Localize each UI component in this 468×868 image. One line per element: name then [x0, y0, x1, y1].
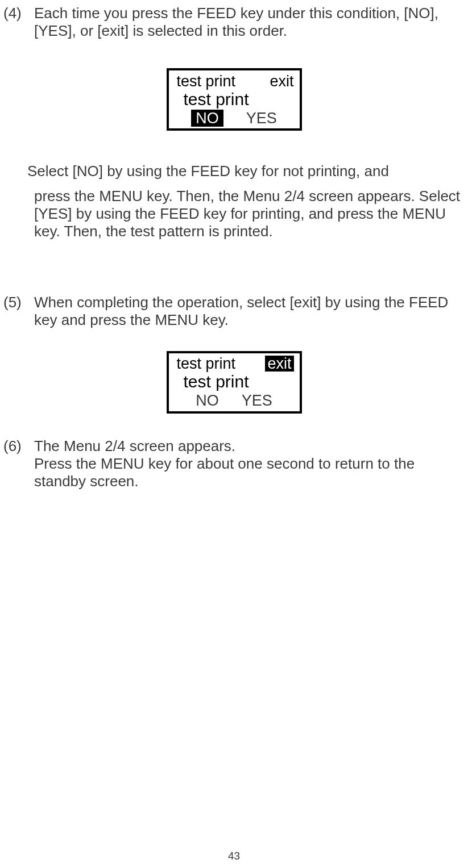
lcd-option-no-selected: NO: [191, 110, 223, 127]
step-5: (5) When completing the operation, selec…: [0, 294, 468, 329]
lcd-screen-2-container: test print exit test print NO YES: [0, 351, 468, 414]
step-4-follow-a: Select [NO] by using the FEED key for no…: [0, 162, 468, 180]
step-number: (4): [0, 5, 34, 22]
step-text: The Menu 2/4 screen appears. Press the M…: [34, 437, 468, 491]
step-4: (4) Each time you press the FEED key und…: [0, 5, 468, 40]
lcd-option-yes: YES: [242, 393, 272, 408]
lcd-option-exit: exit: [270, 73, 293, 89]
lcd-row-top: test print exit: [169, 355, 300, 373]
lcd-label-test-print-large: test print: [184, 373, 249, 391]
step-4-follow-b: press the MENU key. Then, the Menu 2/4 s…: [0, 187, 468, 241]
lcd-row-top: test print exit: [169, 72, 300, 90]
lcd-option-exit-selected: exit: [265, 356, 293, 372]
lcd-label-test-print-large: test print: [184, 90, 249, 108]
lcd-label-test-print: test print: [177, 73, 236, 89]
lcd-row-options: NO YES: [169, 108, 300, 127]
lcd-row-mid: test print: [169, 373, 300, 391]
lcd-row-options: NO YES: [169, 391, 300, 410]
step-number: (6): [0, 437, 34, 455]
step-text: When completing the operation, select [e…: [34, 294, 468, 329]
step-6-line-1: The Menu 2/4 screen appears.: [34, 437, 463, 455]
lcd-screen-1-container: test print exit test print NO YES: [0, 68, 468, 131]
lcd-screen-2: test print exit test print NO YES: [167, 351, 302, 414]
lcd-label-test-print: test print: [177, 356, 236, 372]
step-number: (5): [0, 294, 34, 311]
step-text: Each time you press the FEED key under t…: [34, 5, 468, 40]
lcd-option-no: NO: [196, 393, 219, 408]
step-6: (6) The Menu 2/4 screen appears. Press t…: [0, 437, 468, 491]
lcd-screen-1: test print exit test print NO YES: [167, 68, 302, 131]
lcd-row-mid: test print: [169, 90, 300, 108]
lcd-option-yes: YES: [246, 110, 277, 126]
step-6-line-2: Press the MENU key for about one second …: [34, 455, 463, 490]
page-number: 43: [0, 850, 468, 862]
